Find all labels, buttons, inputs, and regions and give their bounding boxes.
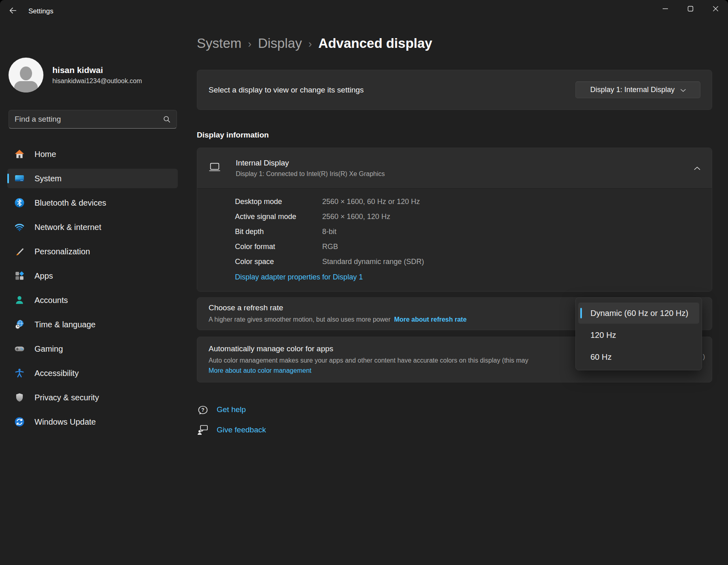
sidebar-item-accessibility[interactable]: Accessibility xyxy=(7,363,178,383)
sidebar-item-network-internet[interactable]: Network & internet xyxy=(7,217,178,237)
back-button[interactable] xyxy=(5,4,21,19)
display-selector-card: Select a display to view or change its s… xyxy=(197,70,712,110)
more-about-refresh-rate-link[interactable]: More about refresh rate xyxy=(394,316,467,323)
sidebar-item-home[interactable]: Home xyxy=(7,144,178,164)
breadcrumb-separator: › xyxy=(308,37,312,50)
network-icon xyxy=(14,222,25,232)
breadcrumb-system[interactable]: System xyxy=(197,36,241,51)
menu-item-60hz[interactable]: 60 Hz xyxy=(578,346,699,367)
get-help-label: Get help xyxy=(217,405,246,414)
sidebar-item-personalization[interactable]: Personalization xyxy=(7,242,178,261)
sidebar-item-label: Network & internet xyxy=(34,223,101,232)
laptop-display-icon xyxy=(209,161,221,175)
main-content: System › Display › Advanced display Sele… xyxy=(187,0,728,565)
sidebar-item-label: System xyxy=(34,174,62,183)
windows-update-icon xyxy=(14,417,25,427)
sidebar-item-bluetooth-devices[interactable]: Bluetooth & devices xyxy=(7,193,178,213)
settings-window: Settings hisan kidwai hisankidwai1234@ou… xyxy=(0,0,728,565)
breadcrumb: System › Display › Advanced display xyxy=(197,36,432,51)
sidebar-item-system[interactable]: System xyxy=(7,169,178,188)
refresh-rate-subtitle-text: A higher rate gives smoother motion, but… xyxy=(209,316,390,323)
user-name: hisan kidwai xyxy=(52,65,142,75)
sidebar-item-privacy-security[interactable]: Privacy & security xyxy=(7,388,178,407)
sidebar-item-label: Apps xyxy=(34,271,53,281)
detail-label: Color space xyxy=(235,258,322,266)
personalization-icon xyxy=(14,246,25,257)
sidebar-item-label: Gaming xyxy=(34,344,63,354)
gaming-icon xyxy=(14,344,25,354)
back-arrow-icon xyxy=(9,6,17,17)
sidebar-item-apps[interactable]: Apps xyxy=(7,266,178,286)
display-selector-label: Select a display to view or change its s… xyxy=(209,86,575,95)
get-help-icon: ? xyxy=(197,404,210,416)
sidebar-item-label: Privacy & security xyxy=(34,393,99,402)
detail-value: 2560 × 1600, 120 Hz xyxy=(322,213,390,221)
display-information-details: Desktop mode 2560 × 1600, 60 Hz or 120 H… xyxy=(197,189,712,292)
refresh-rate-dropdown-menu: Dynamic (60 Hz or 120 Hz) 120 Hz 60 Hz xyxy=(575,297,702,370)
sidebar-nav: Home System Bluetooth & devices Network … xyxy=(7,144,178,436)
home-icon xyxy=(14,149,25,159)
get-help-link[interactable]: ? Get help xyxy=(197,404,246,416)
search-input[interactable] xyxy=(9,115,163,124)
breadcrumb-display[interactable]: Display xyxy=(258,36,302,51)
display-selector-value: Display 1: Internal Display xyxy=(590,86,674,94)
sidebar-item-accounts[interactable]: Accounts xyxy=(7,290,178,310)
sidebar-item-label: Windows Update xyxy=(34,417,96,427)
sidebar-item-label: Personalization xyxy=(34,247,90,256)
sidebar: hisan kidwai hisankidwai1234@outlook.com… xyxy=(0,23,187,565)
give-feedback-icon xyxy=(197,424,210,436)
display-adapter-properties-link[interactable]: Display adapter properties for Display 1 xyxy=(235,269,712,285)
time-language-icon xyxy=(14,319,25,330)
search-icon xyxy=(163,115,171,123)
section-title-display-information: Display information xyxy=(197,131,269,140)
detail-row-color-format: Color format RGB xyxy=(197,239,712,254)
give-feedback-link[interactable]: Give feedback xyxy=(197,424,266,436)
user-email: hisankidwai1234@outlook.com xyxy=(52,77,142,85)
display-information-header[interactable]: Internal Display Display 1: Connected to… xyxy=(197,148,712,189)
breadcrumb-separator: › xyxy=(248,37,252,50)
sidebar-item-label: Accessibility xyxy=(34,369,79,378)
display-information-card: Internal Display Display 1: Connected to… xyxy=(197,148,712,292)
detail-row-bit-depth: Bit depth 8-bit xyxy=(197,224,712,239)
menu-item-dynamic[interactable]: Dynamic (60 Hz or 120 Hz) xyxy=(578,303,699,324)
system-icon xyxy=(14,173,25,184)
sidebar-item-label: Bluetooth & devices xyxy=(34,198,106,208)
avatar xyxy=(9,58,43,92)
detail-label: Bit depth xyxy=(235,228,322,236)
sidebar-item-label: Accounts xyxy=(34,296,68,305)
chevron-down-icon xyxy=(681,86,686,94)
detail-row-color-space: Color space Standard dynamic range (SDR) xyxy=(197,254,712,269)
display-selector-dropdown[interactable]: Display 1: Internal Display xyxy=(575,82,700,98)
sidebar-item-time-language[interactable]: Time & language xyxy=(7,315,178,334)
internal-display-subtitle: Display 1: Connected to Intel(R) Iris(R)… xyxy=(236,170,694,178)
svg-text:?: ? xyxy=(201,407,204,413)
detail-value: RGB xyxy=(322,243,338,251)
sidebar-item-windows-update[interactable]: Windows Update xyxy=(7,412,178,432)
auto-color-subtitle-cutoff: ) xyxy=(703,353,705,361)
detail-value: Standard dynamic range (SDR) xyxy=(322,258,424,266)
sidebar-item-label: Home xyxy=(34,150,56,159)
search-box[interactable] xyxy=(9,110,177,129)
chevron-up-icon[interactable] xyxy=(694,165,700,172)
menu-item-120hz[interactable]: 120 Hz xyxy=(578,324,699,346)
detail-label: Color format xyxy=(235,243,322,251)
detail-row-active-signal-mode: Active signal mode 2560 × 1600, 120 Hz xyxy=(197,209,712,224)
app-title: Settings xyxy=(28,0,53,23)
page-title: Advanced display xyxy=(319,36,433,51)
accounts-icon xyxy=(14,295,25,305)
bluetooth-icon xyxy=(14,198,25,208)
user-profile[interactable]: hisan kidwai hisankidwai1234@outlook.com xyxy=(9,58,142,92)
detail-row-desktop-mode: Desktop mode 2560 × 1600, 60 Hz or 120 H… xyxy=(197,194,712,209)
sidebar-item-label: Time & language xyxy=(34,320,95,329)
detail-label: Desktop mode xyxy=(235,198,322,206)
detail-value: 8-bit xyxy=(322,228,336,236)
apps-icon xyxy=(14,271,25,281)
internal-display-title: Internal Display xyxy=(236,159,694,168)
accessibility-icon xyxy=(14,368,25,378)
sidebar-item-gaming[interactable]: Gaming xyxy=(7,339,178,359)
give-feedback-label: Give feedback xyxy=(217,425,266,434)
detail-label: Active signal mode xyxy=(235,213,322,221)
detail-value: 2560 × 1600, 60 Hz or 120 Hz xyxy=(322,198,420,206)
privacy-security-icon xyxy=(14,392,25,403)
